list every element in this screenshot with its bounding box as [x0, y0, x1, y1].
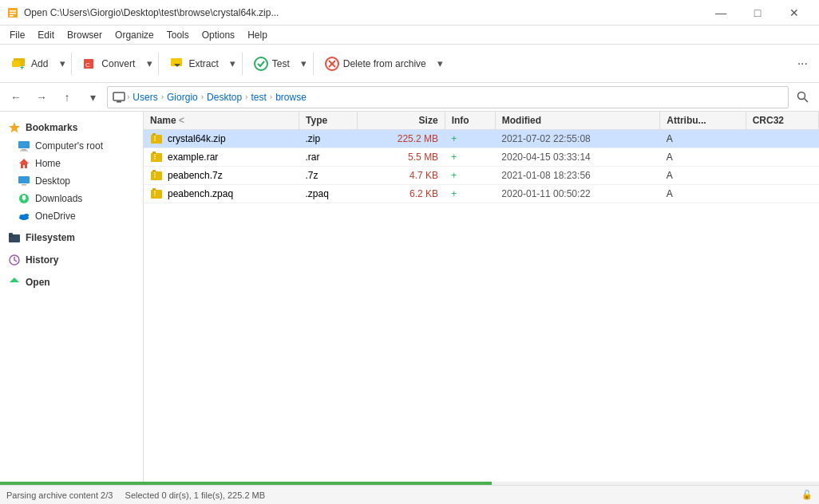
- menu-options[interactable]: Options: [196, 28, 241, 42]
- convert-button[interactable]: C Convert: [75, 49, 142, 78]
- extract-label: Extract: [188, 58, 218, 69]
- close-button[interactable]: ✕: [776, 0, 813, 26]
- file-attrib-cell: A: [660, 130, 746, 148]
- svg-rect-42: [151, 153, 162, 162]
- menu-browser[interactable]: Browser: [61, 28, 109, 42]
- test-dropdown[interactable]: ▾: [299, 49, 310, 78]
- menu-organize[interactable]: Organize: [109, 28, 160, 42]
- sidebar-bookmarks-section: Bookmarks Computer's root Home: [0, 118, 143, 225]
- back-button[interactable]: ←: [5, 86, 27, 108]
- breadcrumb-test[interactable]: test: [249, 92, 267, 103]
- search-icon: [797, 91, 809, 104]
- svg-marker-36: [10, 278, 19, 282]
- col-crc32[interactable]: CRC32: [746, 112, 818, 130]
- breadcrumb-browse[interactable]: browse: [274, 92, 308, 103]
- breadcrumb-users[interactable]: Users: [131, 92, 159, 103]
- sidebar-item-computers-root[interactable]: Computer's root: [0, 137, 143, 155]
- file-crc32-cell: [746, 185, 818, 203]
- file-attrib-cell: A: [660, 167, 746, 185]
- menu-tools[interactable]: Tools: [160, 28, 196, 42]
- file-list: Name < Type Size Info Modified Attribu..…: [144, 112, 819, 482]
- separator-1: [71, 53, 72, 75]
- table-row[interactable]: crystal64k.zip .zip 225.2 MB + 2021-07-0…: [144, 130, 819, 148]
- file-size-cell: 225.2 MB: [358, 130, 445, 148]
- downloads-icon: [18, 192, 30, 205]
- delete-button[interactable]: Delete from archive: [317, 49, 433, 78]
- svg-rect-25: [22, 184, 26, 186]
- add-dropdown[interactable]: ▾: [57, 49, 68, 78]
- filesystem-icon: [8, 231, 21, 244]
- file-name-cell[interactable]: example.rar: [144, 148, 299, 167]
- breadcrumb-desktop[interactable]: Desktop: [205, 92, 243, 103]
- extract-button[interactable]: Extract: [162, 49, 225, 78]
- table-row[interactable]: peabench.zpaq .zpaq 6.2 KB + 2020-01-11 …: [144, 185, 819, 203]
- file-info-cell: +: [445, 167, 495, 185]
- window-title: Open C:\Users\Giorgio\Desktop\test\brows…: [24, 7, 279, 18]
- sidebar-filesystem-header[interactable]: Filesystem: [0, 228, 143, 247]
- title-bar-controls: — □ ✕: [702, 0, 813, 26]
- col-size[interactable]: Size: [358, 112, 445, 130]
- add-button[interactable]: + Add: [5, 49, 55, 78]
- toolbar: + Add ▾ C Convert ▾ Extract ▾ Test ▾: [0, 45, 819, 83]
- breadcrumb-giorgio[interactable]: Giorgio: [165, 92, 200, 103]
- file-name-cell[interactable]: peabench.7z: [144, 167, 299, 185]
- menu-help[interactable]: Help: [241, 28, 274, 42]
- svg-rect-34: [9, 233, 13, 235]
- delete-dropdown[interactable]: ▾: [435, 49, 446, 78]
- sidebar-open-header[interactable]: Open: [0, 273, 143, 292]
- maximize-button[interactable]: □: [739, 0, 776, 26]
- col-name[interactable]: Name <: [144, 112, 299, 130]
- table-row[interactable]: peabench.7z .7z 4.7 KB + 2021-01-08 18:2…: [144, 167, 819, 185]
- svg-line-18: [805, 98, 809, 102]
- computer-icon: [113, 91, 125, 104]
- svg-point-17: [798, 92, 805, 99]
- svg-rect-48: [152, 170, 156, 172]
- svg-rect-21: [22, 149, 26, 151]
- svg-rect-5: [12, 61, 20, 67]
- table-row[interactable]: example.rar .rar 5.5 MB + 2020-04-15 03:…: [144, 148, 819, 167]
- sidebar-item-onedrive[interactable]: OneDrive: [0, 207, 143, 225]
- up-button[interactable]: ↑: [56, 86, 78, 108]
- svg-rect-41: [154, 140, 156, 141]
- extract-dropdown[interactable]: ▾: [228, 49, 239, 78]
- sidebar-item-downloads[interactable]: Downloads: [0, 190, 143, 207]
- col-attrib[interactable]: Attribu...: [660, 112, 746, 130]
- dropdown-button[interactable]: ▾: [81, 86, 104, 108]
- convert-dropdown[interactable]: ▾: [144, 49, 155, 78]
- search-button[interactable]: [792, 86, 814, 108]
- file-name-cell[interactable]: crystal64k.zip: [144, 130, 299, 148]
- col-type[interactable]: Type: [299, 112, 358, 130]
- file-type-cell: .zpaq: [299, 185, 358, 203]
- svg-rect-28: [22, 195, 26, 198]
- col-modified[interactable]: Modified: [495, 112, 659, 130]
- more-button[interactable]: ···: [791, 53, 814, 74]
- files-table: Name < Type Size Info Modified Attribu..…: [144, 112, 819, 203]
- minimize-button[interactable]: —: [702, 0, 739, 26]
- test-button[interactable]: Test: [246, 49, 297, 78]
- file-date-cell: 2021-07-02 22:55:08: [495, 130, 659, 148]
- file-type-cell: .rar: [299, 148, 358, 167]
- delete-label: Delete from archive: [343, 58, 426, 69]
- file-crc32-cell: [746, 148, 818, 167]
- sidebar-item-desktop[interactable]: Desktop: [0, 172, 143, 190]
- sidebar-bookmarks-header[interactable]: Bookmarks: [0, 118, 143, 137]
- open-label: Open: [26, 277, 50, 288]
- file-name-cell[interactable]: peabench.zpaq: [144, 185, 299, 203]
- col-info[interactable]: Info: [445, 112, 495, 130]
- convert-icon: C: [82, 56, 98, 72]
- file-info-cell: +: [445, 148, 495, 167]
- sidebar-history-header[interactable]: History: [0, 250, 143, 270]
- status-text: Parsing archive content 2/3 Selected 0 d…: [6, 490, 265, 500]
- sidebar-item-home[interactable]: Home: [0, 155, 143, 172]
- breadcrumb[interactable]: › Users › Giorgio › Desktop › test › bro…: [107, 86, 789, 108]
- file-type-cell: .zip: [299, 130, 358, 148]
- svg-rect-51: [154, 176, 156, 178]
- separator-4: [313, 53, 314, 75]
- menu-edit[interactable]: Edit: [31, 28, 61, 42]
- forward-button[interactable]: →: [30, 86, 53, 108]
- file-type-cell: .7z: [299, 167, 358, 185]
- svg-marker-19: [9, 122, 20, 133]
- menu-file[interactable]: File: [3, 28, 31, 42]
- file-crc32-cell: [746, 167, 818, 185]
- file-size-cell: 6.2 KB: [358, 185, 445, 203]
